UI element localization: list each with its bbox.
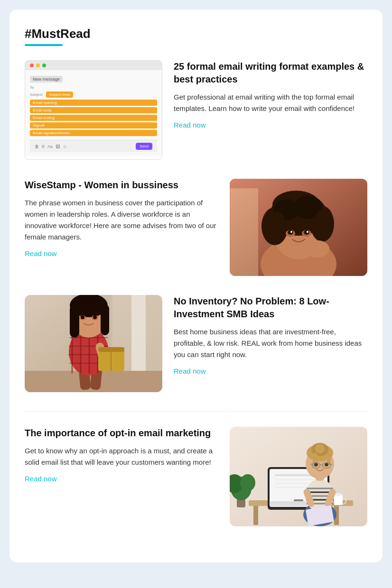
subject-label: Subject <box>30 92 43 97</box>
article-text-women-business: WiseStamp - Women in bussiness The phras… <box>25 179 218 258</box>
new-message-label: New message <box>30 76 63 83</box>
tag-opening: Email opening <box>30 100 157 106</box>
dot-red <box>30 64 34 67</box>
article-title-opt-in: The importance of opt-in email marketing <box>25 427 218 440</box>
mockup-to-row: To <box>30 85 157 90</box>
dot-green <box>42 64 46 67</box>
mockup-body: New message To Subject Subject lines Ema… <box>25 70 162 156</box>
email-tags: Email opening Email body Email ending Si… <box>30 100 157 136</box>
article-row-formal-email: New message To Subject Subject lines Ema… <box>25 60 367 160</box>
article-text-smb: No Inventory? No Problem: 8 Low-Investme… <box>174 295 367 376</box>
tag-signoff: Signoff <box>30 122 157 129</box>
article-row-opt-in: The importance of opt-in email marketing… <box>25 427 367 526</box>
svg-rect-69 <box>270 501 308 506</box>
article-title-women-business: WiseStamp - Women in bussiness <box>25 179 218 192</box>
trash-icon: 🗑 <box>35 144 39 149</box>
svg-point-22 <box>307 231 308 233</box>
article-desc-formal-email: Get professional at email writing with t… <box>174 92 367 114</box>
article-title-formal-email: 25 formal email writing format examples … <box>174 60 367 86</box>
svg-point-16 <box>319 223 330 234</box>
svg-point-51 <box>81 315 84 319</box>
tag-signature: Email signature/footer <box>30 130 157 136</box>
svg-point-21 <box>290 231 292 233</box>
read-now-formal-email[interactable]: Read now <box>174 121 206 129</box>
font-icon: Aa <box>47 144 53 149</box>
image-icon: 🖼 <box>56 144 60 149</box>
read-now-smb[interactable]: Read now <box>174 367 206 375</box>
svg-line-92 <box>310 464 312 465</box>
svg-rect-2 <box>230 188 258 276</box>
page-title: #MustRead <box>25 27 367 41</box>
svg-point-19 <box>288 230 293 235</box>
svg-point-86 <box>315 444 325 453</box>
women-business-image <box>230 179 367 276</box>
mockup-subject-row: Subject Subject lines <box>30 92 157 98</box>
emoji-icon: ☺ <box>63 144 67 149</box>
svg-point-94 <box>314 463 318 467</box>
article-text-formal-email: 25 formal email writing format examples … <box>174 60 367 129</box>
tag-body: Email body <box>30 107 157 113</box>
read-now-opt-in[interactable]: Read now <box>25 475 57 483</box>
article-desc-opt-in: Get to know why an opt-in approach is a … <box>25 445 218 468</box>
subject-lines-tag: Subject lines <box>46 92 73 98</box>
mockup-titlebar <box>25 61 162 70</box>
section-divider <box>25 411 367 412</box>
svg-point-57 <box>240 474 255 491</box>
svg-rect-65 <box>275 474 313 476</box>
article-text-opt-in: The importance of opt-in email marketing… <box>25 427 218 483</box>
email-mockup-image: New message To Subject Subject lines Ema… <box>25 60 162 160</box>
svg-point-52 <box>93 315 97 319</box>
dot-yellow <box>36 64 40 67</box>
svg-rect-47 <box>70 304 79 338</box>
mockup-bottom-bar: 🗑 B Aa 🖼 ☺ Send <box>30 140 157 152</box>
svg-point-23 <box>306 240 329 257</box>
title-underline <box>25 44 63 46</box>
to-label: To <box>30 85 43 90</box>
svg-line-93 <box>330 464 332 465</box>
bold-icon: B <box>42 144 45 149</box>
svg-rect-48 <box>101 304 109 335</box>
main-card: #MustRead New message To Subject Subject… <box>9 9 383 562</box>
opt-in-image <box>230 427 367 526</box>
svg-point-14 <box>266 223 277 234</box>
tag-ending: Email ending <box>30 115 157 121</box>
svg-point-95 <box>325 463 328 467</box>
svg-rect-70 <box>334 495 343 505</box>
svg-point-20 <box>304 230 309 235</box>
article-desc-women-business: The phrase women in business cover the p… <box>25 197 218 243</box>
read-now-women-business[interactable]: Read now <box>25 249 57 257</box>
article-title-smb: No Inventory? No Problem: 8 Low-Investme… <box>174 295 367 321</box>
send-button: Send <box>136 143 152 150</box>
article-row-smb: No Inventory? No Problem: 8 Low-Investme… <box>25 295 367 392</box>
smb-image <box>25 295 162 392</box>
svg-rect-68 <box>275 487 308 488</box>
article-row-women-business: WiseStamp - Women in bussiness The phras… <box>25 179 367 276</box>
svg-rect-59 <box>253 506 258 525</box>
svg-point-15 <box>316 210 329 223</box>
article-desc-smb: Best home business ideas that are invest… <box>174 326 367 360</box>
